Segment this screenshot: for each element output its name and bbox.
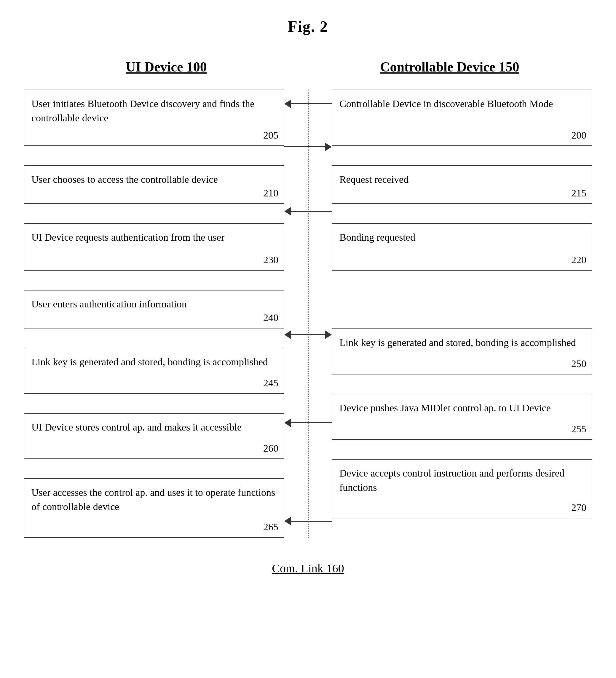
arrow-line-3 <box>291 211 332 212</box>
box-210-num: 210 <box>263 186 278 200</box>
box-230-text: UI Device requests authentication from t… <box>32 232 224 243</box>
arrow-3-left <box>284 207 332 216</box>
box-230-num: 230 <box>263 253 278 267</box>
arrow-2-right <box>284 143 332 151</box>
box-230: UI Device requests authentication from t… <box>24 223 284 271</box>
box-260-text: UI Device stores control ap. and makes i… <box>32 422 242 432</box>
box-240: User enters authentication information 2… <box>24 290 284 329</box>
bottom-label: Com. Link 160 <box>24 561 592 575</box>
spacer-l2 <box>24 204 284 223</box>
arrowhead-left-5 <box>284 331 291 339</box>
arrowhead-right-5 <box>325 331 332 339</box>
box-205-text: User initiates Bluetooth Device discover… <box>32 98 255 123</box>
left-column: User initiates Bluetooth Device discover… <box>24 89 284 538</box>
figure-title: Fig. 2 <box>24 18 592 35</box>
box-240-text: User enters authentication information <box>32 299 187 309</box>
spacer-l5 <box>24 394 284 413</box>
arrow-1-container <box>284 89 332 118</box>
arrow-3-container <box>284 199 332 223</box>
spacer-l3 <box>24 271 284 290</box>
arrow-5-container <box>284 323 332 346</box>
center-arrows <box>284 89 332 538</box>
arrow-7-left <box>284 517 332 525</box>
box-270-num: 270 <box>571 500 586 515</box>
right-column: Controllable Device in discoverable Blue… <box>332 89 592 538</box>
arrowhead-right-2 <box>325 143 332 151</box>
arrow-1-left <box>284 100 332 108</box>
box-245: Link key is generated and stored, bondin… <box>24 348 284 394</box>
box-200-num: 200 <box>571 128 586 142</box>
spacer-r1 <box>332 146 592 165</box>
spacer-l6 <box>24 459 284 478</box>
box-205: User initiates Bluetooth Device discover… <box>24 89 284 146</box>
arrow-6-container <box>284 411 332 434</box>
arrow-6-left <box>284 419 332 427</box>
main-diagram: User initiates Bluetooth Device discover… <box>24 89 592 538</box>
arrow-7-container <box>284 506 332 536</box>
box-265: User accesses the control ap. and uses i… <box>24 478 284 538</box>
box-215-num: 215 <box>571 186 586 200</box>
box-200-text: Controllable Device in discoverable Blue… <box>339 98 553 109</box>
box-265-text: User accesses the control ap. and uses i… <box>32 487 275 512</box>
arrow-line-1 <box>291 103 332 104</box>
diagram-area: UI Device 100 Controllable Device 150 Us… <box>24 59 592 575</box>
right-column-header: Controllable Device 150 <box>319 59 580 75</box>
arrowhead-left-3 <box>284 207 291 216</box>
box-220-text: Bonding requested <box>339 232 415 243</box>
left-column-header: UI Device 100 <box>36 59 297 75</box>
arrowhead-left-7 <box>284 517 291 525</box>
arrow-line-2 <box>284 146 325 147</box>
box-265-num: 265 <box>263 520 278 534</box>
spacer-l1 <box>24 146 284 165</box>
columns-header: UI Device 100 Controllable Device 150 <box>24 59 592 75</box>
box-210: User chooses to access the controllable … <box>24 165 284 204</box>
box-260-num: 260 <box>263 441 278 455</box>
box-220-num: 220 <box>571 253 586 267</box>
box-220: Bonding requested 220 <box>332 223 592 271</box>
arrow-2-container <box>284 137 332 156</box>
spacer-r5 <box>332 374 592 394</box>
arrow-5-both <box>284 331 332 339</box>
box-250-num: 250 <box>571 356 586 371</box>
arrow-line-5 <box>291 334 325 335</box>
box-255-num: 255 <box>571 422 586 436</box>
arrow-line-6 <box>291 422 332 423</box>
spacer-r6 <box>332 440 592 459</box>
box-255: Device pushes Java MIDlet control ap. to… <box>332 394 592 440</box>
box-240-num: 240 <box>263 311 278 325</box>
box-245-num: 245 <box>263 376 278 390</box>
spacer-r3 <box>332 271 592 329</box>
box-210-text: User chooses to access the controllable … <box>32 174 218 185</box>
box-260: UI Device stores control ap. and makes i… <box>24 413 284 459</box>
box-250-text: Link key is generated and stored, bondin… <box>339 337 576 348</box>
box-255-text: Device pushes Java MIDlet control ap. to… <box>339 402 551 413</box>
arrowhead-left-6 <box>284 419 291 427</box>
spacer-r2 <box>332 204 592 223</box>
box-270: Device accepts control instruction and p… <box>332 459 592 518</box>
spacer-l4 <box>24 329 284 348</box>
box-205-num: 205 <box>263 128 278 142</box>
arrowhead-left-1 <box>284 100 291 108</box>
box-215: Request received 215 <box>332 165 592 204</box>
box-215-text: Request received <box>339 174 409 185</box>
box-245-text: Link key is generated and stored, bondin… <box>32 356 268 367</box>
box-250: Link key is generated and stored, bondin… <box>332 329 592 374</box>
arrow-line-7 <box>291 521 332 522</box>
box-270-text: Device accepts control instruction and p… <box>339 467 565 493</box>
box-200: Controllable Device in discoverable Blue… <box>332 89 592 146</box>
